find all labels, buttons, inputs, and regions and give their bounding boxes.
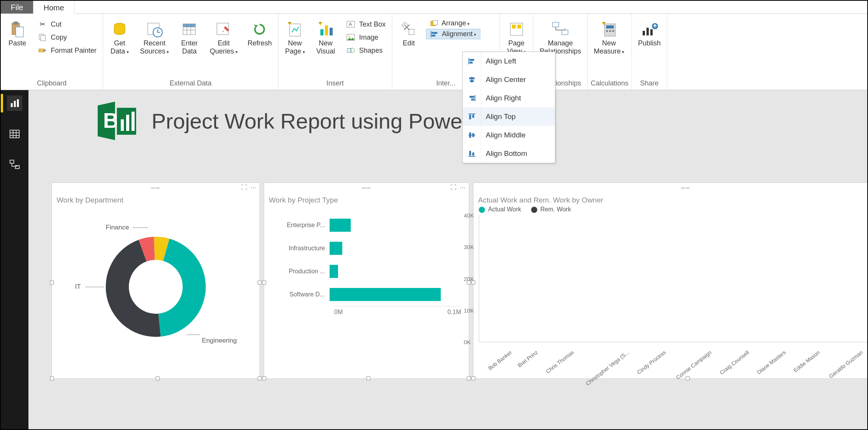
y-tick: 0K — [464, 339, 471, 345]
svg-rect-32 — [432, 32, 437, 34]
svg-rect-30 — [433, 20, 438, 25]
page-view-button[interactable]: Page View — [503, 18, 530, 57]
shapes-icon — [346, 46, 355, 55]
rail-model-view[interactable] — [7, 157, 22, 172]
alignment-button[interactable]: Alignment — [426, 29, 480, 39]
svg-rect-5 — [39, 49, 44, 52]
svg-rect-1 — [13, 22, 18, 25]
recent-sources-icon — [145, 20, 164, 38]
copy-button[interactable]: Copy — [35, 32, 100, 43]
svg-rect-2 — [16, 27, 23, 37]
publish-label: Publish — [638, 39, 661, 47]
new-visual-label: New Visual — [316, 39, 335, 55]
copy-label: Copy — [51, 33, 67, 42]
alignment-menu-item[interactable]: Align Left — [463, 52, 555, 70]
copy-icon — [38, 33, 47, 42]
svg-rect-74 — [10, 160, 14, 163]
visual-work-by-owner[interactable]: ══ ⛶⋯ Actual Work and Rem. Work by Owner… — [473, 182, 867, 379]
chart-owner-legend: Actual WorkRem. Work — [473, 206, 867, 215]
svg-rect-78 — [121, 119, 124, 131]
format-painter-button[interactable]: Format Painter — [35, 45, 100, 56]
svg-rect-43 — [612, 30, 614, 32]
x-label: Chris Thomas — [545, 349, 588, 391]
alignment-menu-item[interactable]: Align Top — [463, 107, 555, 126]
alignment-icon — [430, 30, 439, 38]
ribbon-group-external-data-label: External Data — [106, 78, 275, 90]
image-button[interactable]: Image — [343, 32, 389, 43]
align-icon — [463, 89, 481, 107]
hbar-bar — [330, 265, 338, 278]
new-visual-button[interactable]: New Visual — [312, 18, 339, 57]
svg-rect-55 — [470, 96, 474, 98]
svg-rect-18 — [320, 29, 323, 35]
chart-type-plot: Enterprise P...InfrastructureProduction … — [264, 206, 469, 320]
drag-grip-icon[interactable]: ══ — [151, 185, 160, 191]
get-data-button[interactable]: Get Data — [106, 18, 133, 57]
new-measure-button[interactable]: New Measure — [591, 18, 627, 57]
svg-rect-37 — [553, 22, 559, 27]
svg-rect-40 — [606, 25, 614, 28]
tab-file[interactable]: File — [1, 1, 33, 13]
publish-button[interactable]: Publish — [635, 18, 664, 49]
svg-rect-62 — [472, 133, 474, 137]
alignment-menu-item[interactable]: Align Middle — [463, 126, 555, 144]
new-measure-icon — [600, 20, 618, 38]
alignment-menu-item[interactable]: Align Center — [463, 70, 555, 89]
new-measure-label: New Measure — [594, 39, 624, 55]
powerbi-logo-icon: B — [90, 98, 140, 144]
tab-bar: File Home — [1, 1, 867, 14]
drag-grip-icon[interactable]: ══ — [681, 185, 690, 191]
paste-button[interactable]: Paste — [4, 18, 31, 49]
align-icon — [463, 70, 481, 89]
refresh-button[interactable]: Refresh — [245, 18, 275, 49]
edit-queries-button[interactable]: Edit Queries — [207, 18, 240, 57]
svg-rect-38 — [562, 30, 568, 35]
report-canvas[interactable]: B Project Work Report using Power BI ══ … — [28, 90, 867, 429]
recent-sources-button[interactable]: Recent Sources — [137, 18, 172, 57]
align-item-label: Align Bottom — [481, 149, 527, 158]
more-options-icon[interactable]: ⋯ — [460, 184, 466, 191]
enter-data-button[interactable]: Enter Data — [176, 18, 203, 57]
x-label: Geraldo Guzman — [828, 349, 867, 396]
rail-report-view[interactable] — [7, 95, 22, 111]
svg-rect-64 — [469, 151, 471, 156]
hbar-category: Production ... — [272, 268, 330, 275]
text-box-button[interactable]: A Text Box — [343, 18, 389, 30]
visual-work-by-project-type[interactable]: ══ ⛶⋯ Work by Project Type Enterprise P.… — [264, 182, 469, 379]
drag-grip-icon[interactable]: ══ — [362, 185, 371, 191]
chart-type-title: Work by Project Type — [264, 193, 469, 206]
edit-interactions-label: Edit — [403, 39, 415, 47]
cut-button[interactable]: ✂ Cut — [35, 18, 100, 30]
svg-rect-4 — [41, 35, 45, 41]
shapes-button[interactable]: Shapes — [343, 45, 389, 56]
enter-data-icon — [180, 20, 198, 38]
svg-rect-50 — [470, 62, 473, 64]
recent-sources-label: Recent Sources — [140, 39, 169, 55]
alignment-menu-item[interactable]: Align Bottom — [463, 144, 555, 163]
cut-label: Cut — [51, 20, 62, 28]
edit-interactions-button[interactable]: Edit — [395, 18, 422, 49]
more-options-icon[interactable]: ⋯ — [250, 184, 257, 191]
svg-rect-69 — [10, 130, 19, 138]
new-visual-icon — [317, 20, 335, 38]
svg-rect-65 — [472, 152, 474, 156]
x-label: Bret Prinz — [516, 349, 552, 385]
rail-data-view[interactable] — [7, 126, 22, 142]
align-item-label: Align Middle — [481, 131, 526, 139]
x-label: Eddie Mason — [792, 349, 833, 390]
svg-rect-67 — [14, 101, 16, 107]
tab-home[interactable]: Home — [33, 1, 74, 14]
focus-mode-icon[interactable]: ⛶ — [241, 184, 247, 191]
focus-mode-icon[interactable]: ⛶ — [450, 184, 456, 191]
svg-rect-27 — [409, 29, 414, 35]
svg-rect-66 — [11, 103, 13, 107]
svg-rect-15 — [183, 24, 195, 27]
manage-relationships-button[interactable]: Manage Relationships — [536, 18, 584, 57]
visual-work-by-department[interactable]: ══ ⛶⋯ Work by Department FinanceITEngine… — [52, 182, 260, 379]
arrange-button[interactable]: Arrange — [426, 18, 480, 28]
manage-relationships-icon — [551, 20, 570, 38]
svg-rect-45 — [646, 28, 649, 35]
alignment-menu-item[interactable]: Align Right — [463, 89, 555, 107]
new-page-button[interactable]: New Page — [282, 18, 308, 57]
ribbon: Paste ✂ Cut Copy Format Painter — [1, 14, 867, 90]
